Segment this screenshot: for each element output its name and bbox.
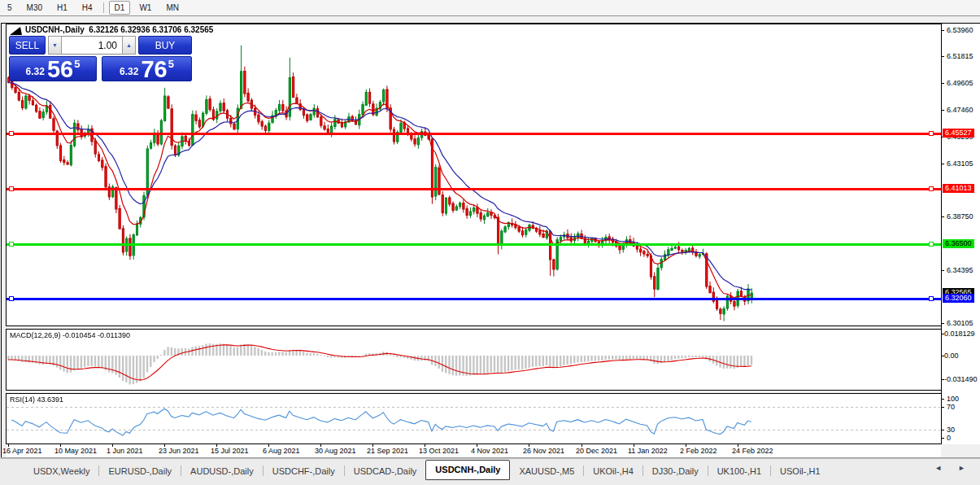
buy-button[interactable]: BUY — [138, 36, 192, 55]
timeframe-button-mn[interactable]: MN — [160, 1, 185, 15]
price-axis-label: 6.30105 — [947, 319, 973, 327]
time-axis-label: 15 Jul 2021 — [211, 447, 249, 455]
time-axis-label: 10 May 2021 — [54, 447, 97, 455]
volume-decrease-button[interactable]: ▼ — [48, 36, 62, 55]
toolbar-divider — [103, 2, 104, 13]
sell-price-prefix: 6.32 — [26, 66, 45, 77]
hline-left-handle[interactable] — [9, 242, 14, 247]
rsi-label: RSI(14) 43.6391 — [10, 395, 63, 404]
timeframe-button-h1[interactable]: H1 — [51, 1, 73, 15]
time-axis-label: 20 Dec 2021 — [576, 447, 617, 455]
buy-price-main: 76 — [141, 59, 167, 80]
hline-left-handle[interactable] — [9, 131, 14, 136]
price-axis-label: 6.38750 — [947, 212, 973, 221]
price-axis-label: 6.43105 — [947, 159, 973, 168]
timeframe-toolbar: 5M30H1H4D1W1MN — [0, 0, 980, 16]
hline-right-handle[interactable] — [929, 296, 934, 301]
price-axis-label: 6.49605 — [947, 79, 973, 87]
time-axis-label: 1 Jun 2021 — [107, 447, 143, 455]
macd-label: MACD(12,26,9) -0.010454 -0.011390 — [10, 331, 130, 339]
price-axis-separator — [941, 24, 942, 444]
tab-scroll-right-icon[interactable]: ► — [958, 464, 965, 472]
chart-window-left-border — [1, 23, 2, 457]
rsi-axis-label: 30 — [947, 426, 955, 434]
sell-price-button[interactable]: 6.32 56 5 — [9, 56, 97, 81]
tab-usdchf-daily[interactable]: USDCHF-,Daily — [264, 463, 344, 479]
sell-button[interactable]: SELL — [9, 36, 46, 55]
tab-uk100-h1[interactable]: UK100-,H1 — [708, 463, 770, 479]
timeframe-button-h4[interactable]: H4 — [76, 1, 98, 15]
tab-scroll-controls: ◄ ► — [934, 464, 965, 472]
hline-price-tag: 6.32060 — [943, 294, 974, 303]
time-axis-label: 4 Nov 2021 — [471, 447, 508, 455]
time-axis: 16 Apr 202110 May 20211 Jun 202123 Jun 2… — [7, 444, 941, 457]
price-axis-label: 6.34395 — [947, 266, 973, 274]
time-axis-label: 30 Aug 2021 — [315, 447, 356, 455]
hline-price-tag: 6.41013 — [943, 184, 974, 193]
tab-usdcnh-daily[interactable]: USDCNH-,Daily — [425, 460, 510, 480]
volume-input[interactable] — [62, 36, 122, 55]
tab-scroll-left-icon[interactable]: ◄ — [934, 464, 942, 472]
hline-price-tag: 6.45527 — [943, 129, 974, 138]
chart-title: USDCNH-,Daily 6.32126 6.32936 6.31706 6.… — [25, 25, 213, 34]
mt4-terminal: 5M30H1H4D1W1MN USDCNH-,Daily 6.32126 6.3… — [0, 0, 980, 485]
sell-price-main: 56 — [47, 59, 73, 80]
hline-right-handle[interactable] — [929, 242, 934, 247]
tab-audusd-daily[interactable]: AUDUSD-,Daily — [181, 463, 263, 479]
horizontal-line-6.41013[interactable] — [7, 188, 941, 190]
chart-tab-bar: USDX,WeeklyEURUSD-,DailyAUDUSD-,DailyUSD… — [0, 458, 980, 483]
time-axis-label: 23 Jun 2021 — [159, 447, 199, 455]
time-axis-label: 2 Feb 2022 — [680, 447, 717, 455]
timeframe-button-5[interactable]: 5 — [2, 1, 18, 15]
tab-xauusd-m5[interactable]: XAUUSD-,M5 — [510, 463, 583, 479]
tab-eurusd-daily[interactable]: EURUSD-,Daily — [99, 463, 181, 479]
hline-right-handle[interactable] — [929, 186, 934, 191]
buy-price-button[interactable]: 6.32 76 5 — [102, 56, 192, 81]
ohlc-high: 6.32936 — [120, 25, 150, 34]
horizontal-line-6.45527[interactable] — [7, 133, 941, 135]
timeframe-button-d1[interactable]: D1 — [109, 1, 131, 15]
rsi-axis-label: 70 — [947, 403, 955, 411]
tab-usdcad-daily[interactable]: USDCAD-,Daily — [345, 463, 426, 479]
hline-left-handle[interactable] — [9, 296, 14, 301]
hline-left-handle[interactable] — [9, 186, 14, 191]
time-axis-label: 11 Jan 2022 — [628, 447, 668, 455]
chart-symbol-period: USDCNH-,Daily — [25, 25, 85, 34]
rsi-chart-canvas[interactable] — [7, 394, 940, 443]
ohlc-open: 6.32126 — [89, 25, 118, 34]
tab-usoil-h1[interactable]: USOil-,H1 — [771, 463, 830, 479]
horizontal-line-6.36500[interactable] — [7, 243, 941, 246]
macd-axis-label: 0.018129 — [944, 330, 975, 338]
macd-axis-label: -0.031490 — [944, 375, 978, 383]
time-axis-label: 13 Oct 2021 — [419, 447, 459, 455]
hline-right-handle[interactable] — [929, 131, 934, 136]
price-axis-label: 6.53960 — [947, 26, 973, 34]
price-axis-label: 6.47460 — [947, 106, 973, 114]
rsi-axis-label: 0 — [947, 434, 951, 442]
price-axis-label: 6.51815 — [947, 52, 973, 60]
sell-price-pip: 5 — [74, 58, 80, 70]
macd-axis-label: 0.00 — [944, 352, 959, 360]
time-axis-label: 24 Feb 2022 — [732, 447, 773, 455]
timeframe-button-w1[interactable]: W1 — [133, 1, 157, 15]
timeframe-button-m30[interactable]: M30 — [21, 1, 48, 15]
macd-chart-canvas[interactable] — [7, 330, 940, 390]
tab-dj30-daily[interactable]: DJ30-,Daily — [643, 463, 708, 479]
tabs-holder: USDX,WeeklyEURUSD-,DailyAUDUSD-,DailyUSD… — [0, 461, 830, 480]
hline-price-tag: 6.36500 — [943, 239, 974, 248]
ohlc-close: 6.32565 — [184, 25, 213, 34]
price-axis: 6.539606.518156.496056.474606.452506.431… — [942, 24, 980, 444]
horizontal-line-6.32060[interactable] — [7, 298, 941, 300]
tab-usdx-weekly[interactable]: USDX,Weekly — [24, 463, 98, 479]
time-axis-label: 26 Nov 2021 — [523, 447, 564, 455]
time-axis-label: 21 Sep 2021 — [367, 447, 408, 455]
tab-ukoil-h4[interactable]: UKOil-,H4 — [584, 463, 642, 479]
time-axis-label: 16 Apr 2021 — [2, 447, 42, 455]
volume-increase-button[interactable]: ▲ — [122, 36, 136, 55]
ohlc-low: 6.31706 — [152, 25, 181, 34]
time-axis-label: 6 Aug 2021 — [263, 447, 300, 455]
one-click-trade-panel: SELL ▼ ▲ BUY 6.32 56 5 6.32 76 5 — [8, 36, 192, 81]
buy-price-pip: 5 — [168, 58, 174, 70]
buy-price-prefix: 6.32 — [120, 66, 138, 77]
rsi-axis-label: 100 — [947, 395, 959, 403]
